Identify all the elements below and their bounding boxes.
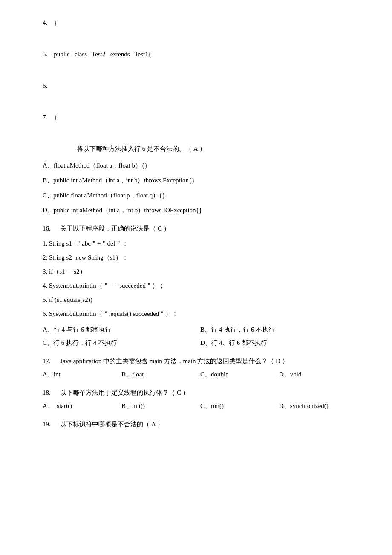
code-line-6: 6. bbox=[43, 80, 358, 92]
q15-answer-d: D、public int aMethod（int a，int b）throws … bbox=[43, 205, 358, 216]
q16-code-line-6: 6. System.out.println（＂.equals() succeed… bbox=[43, 308, 358, 320]
q16-code: 1. String s1=＂abc＂+＂def＂； 2. String s2=n… bbox=[43, 238, 358, 320]
q16-options-row2: C、行 6 执行，行 4 不执行 D、行 4、行 6 都不执行 bbox=[43, 337, 358, 349]
q16-options-row1: A、行 4 与行 6 都将执行 B、行 4 执行，行 6 不执行 bbox=[43, 324, 358, 335]
q18-option-c: C、run() bbox=[200, 400, 279, 412]
q16-option-a: A、行 4 与行 6 都将执行 bbox=[43, 324, 200, 335]
q15-answer-c: C、public float aMethod（float p，float q）{… bbox=[43, 190, 358, 201]
q15-question: 将以下哪种方法插入行 6 是不合法的。（ A ） bbox=[43, 143, 358, 155]
code-line-7: 7. } bbox=[43, 112, 358, 123]
code-line-blank1 bbox=[43, 33, 358, 44]
q17-option-a: A、int bbox=[43, 369, 121, 380]
q16-option-d: D、行 4、行 6 都不执行 bbox=[200, 337, 358, 349]
code-line-blank3 bbox=[43, 96, 358, 107]
q16-code-line-4: 4. System.out.println（＂= = succeeded＂）； bbox=[43, 280, 358, 292]
q17-option-c: C、double bbox=[200, 369, 279, 380]
q18-header: 18. 以下哪个方法用于定义线程的执行体？（ C ） bbox=[43, 387, 358, 399]
q18-option-b: B、init() bbox=[121, 400, 200, 412]
q18-option-a: A、 start() bbox=[43, 400, 121, 412]
q16-option-b: B、行 4 执行，行 6 不执行 bbox=[200, 324, 358, 335]
code-line-5: 5. public class Test2 extends Test1{ bbox=[43, 49, 358, 60]
code-line-blank4 bbox=[43, 127, 358, 139]
q16-option-c: C、行 6 执行，行 4 不执行 bbox=[43, 337, 200, 349]
q15-answer-a: A、float aMethod（float a，float b）{} bbox=[43, 160, 358, 171]
q15-answer-b: B、public int aMethod（int a，int b）throws … bbox=[43, 175, 358, 186]
code-line-4: 4. } bbox=[43, 17, 358, 29]
q17-options: A、int B、float C、double D、void bbox=[43, 369, 358, 380]
q17-header: 17. Java application 中的主类需包含 main 方法，mai… bbox=[43, 356, 358, 367]
q16-code-line-3: 3. if（s1= =s2） bbox=[43, 266, 358, 278]
q19-header: 19. 以下标识符中哪项是不合法的（ A ） bbox=[43, 419, 358, 430]
code-line-blank2 bbox=[43, 64, 358, 76]
q16-code-line-2: 2. String s2=new String（s1）； bbox=[43, 252, 358, 263]
q16-header: 16. 关于以下程序段，正确的说法是（ C ） bbox=[43, 223, 358, 234]
q17-option-b: B、float bbox=[121, 369, 200, 380]
q16-code-line-1: 1. String s1=＂abc＂+＂def＂； bbox=[43, 238, 358, 249]
q18-options: A、 start() B、init() C、run() D、synchroniz… bbox=[43, 400, 358, 412]
q17-option-d: D、void bbox=[279, 369, 358, 380]
q16-code-line-5: 5. if (s1.equals(s2)) bbox=[43, 294, 358, 306]
q18-option-d: D、synchronized() bbox=[279, 400, 358, 412]
